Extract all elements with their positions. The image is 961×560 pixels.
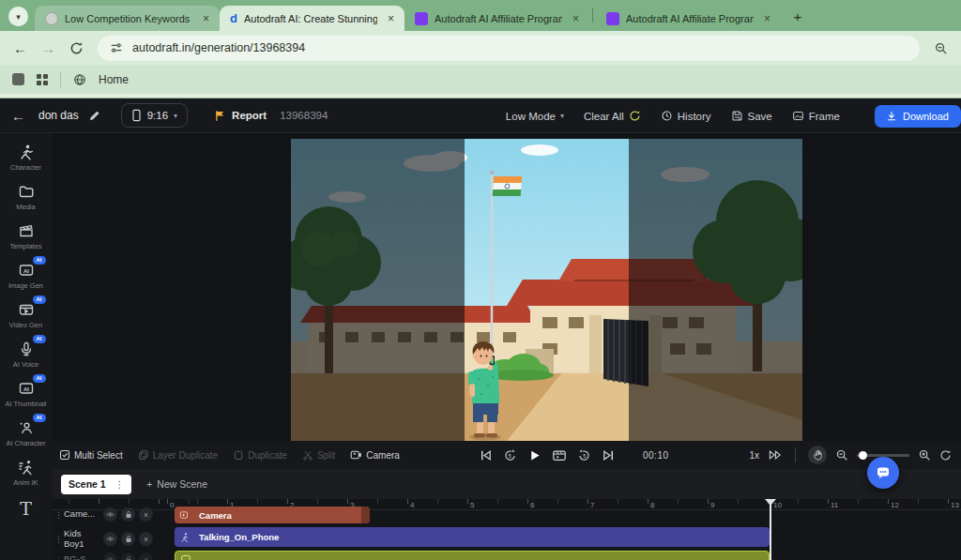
camera-icon [350, 449, 362, 461]
track-header-kids-boy1[interactable]: ⋮ Kids Boy1 × [54, 529, 153, 550]
low-mode-dropdown[interactable]: Low Mode ▾ [506, 111, 564, 122]
sidebar-item-ai-voice[interactable]: AI AI Voice [0, 341, 52, 369]
delete-track-icon[interactable]: × [139, 507, 153, 522]
zoom-out-icon[interactable] [934, 41, 948, 55]
character-run-icon [18, 144, 35, 160]
background-image-icon [178, 552, 193, 560]
sidebar-item-character[interactable]: Character [0, 144, 52, 172]
replay-5-button[interactable]: 5 [503, 448, 517, 462]
talking-on-phone-clip[interactable]: Talking_On_Phone [175, 527, 770, 547]
report-label[interactable]: Report [232, 110, 267, 121]
bookmark-home[interactable]: Home [99, 73, 129, 86]
split-button: Split [302, 449, 335, 461]
download-icon [886, 111, 897, 122]
track-header-camera[interactable]: ⋮ Came... × [54, 507, 153, 522]
side-panel-icon[interactable] [12, 73, 24, 85]
zoom-out-timeline-icon[interactable] [835, 448, 848, 462]
sidebar-item-media[interactable]: Media [0, 183, 52, 211]
zoom-in-timeline-icon[interactable] [918, 448, 931, 462]
sidebar-item-video-gen[interactable]: AI Video Gen [0, 301, 52, 329]
skip-end-button[interactable] [602, 448, 616, 462]
ruler-label: 8 [650, 501, 654, 509]
lock-icon[interactable] [121, 532, 135, 546]
ai-badge: AI [33, 374, 46, 383]
globe-icon [73, 73, 86, 86]
drag-handle-icon[interactable]: ⋮ [54, 535, 60, 544]
timeline-ruler[interactable] [52, 499, 961, 504]
frame-icon [792, 110, 804, 122]
frame-capture-button[interactable] [552, 448, 567, 462]
visibility-eye-icon[interactable] [103, 507, 117, 522]
pan-hand-button[interactable] [808, 446, 827, 464]
layer-duplicate-button: Layer Duplicate [138, 449, 218, 461]
sidebar-item-image-gen[interactable]: AI AI Image Gen [0, 262, 52, 290]
new-scene-button[interactable]: + New Scene [146, 478, 207, 490]
camera-tool-button[interactable]: Camera [350, 449, 400, 461]
multi-select-button[interactable]: Multi Select [59, 449, 123, 461]
tools-sidebar: Character Media Templates AI AI Image Ge… [0, 133, 52, 560]
forward-5-button[interactable]: 5 [577, 448, 591, 462]
site-settings-icon[interactable] [110, 41, 123, 54]
preview-canvas[interactable] [52, 133, 961, 441]
back-icon[interactable]: ← [13, 41, 27, 55]
speed-value[interactable]: 1x [749, 450, 759, 461]
tab-search-button[interactable]: ▾ [8, 7, 28, 26]
history-button[interactable]: History [661, 110, 711, 122]
chat-support-button[interactable] [867, 457, 899, 489]
frame-button[interactable]: Frame [792, 110, 840, 122]
tab-close-icon[interactable]: × [384, 12, 398, 25]
new-tab-button[interactable]: + [786, 5, 809, 27]
sidebar-item-templates[interactable]: Templates [0, 222, 52, 250]
save-button[interactable]: Save [731, 110, 772, 122]
skip-start-button[interactable] [479, 448, 493, 462]
tab-close-icon[interactable]: × [569, 12, 583, 25]
tab-close-icon[interactable]: × [760, 12, 774, 25]
sidebar-item-label: Anim IK [13, 478, 38, 487]
browser-tab-4[interactable]: Autodraft AI Affiliate Program × [596, 6, 781, 31]
clear-all-button[interactable]: Clear All [584, 110, 641, 122]
timeline-panel[interactable]: 0 1 2 3 4 5 6 7 8 9 10 11 12 13 ⋮ Came..… [52, 499, 961, 560]
sidebar-item-text[interactable]: T [0, 498, 52, 519]
camera-clip[interactable]: Camera [175, 507, 370, 523]
scene-preview[interactable] [291, 139, 802, 441]
play-button[interactable] [527, 448, 542, 462]
ruler-label: 9 [710, 501, 714, 509]
sidebar-item-ai-character[interactable]: AI AI Character [0, 419, 52, 447]
svg-text:AI: AI [23, 268, 29, 274]
browser-tab-2-active[interactable]: d Autodraft AI: Create Stunning A × [220, 6, 404, 31]
clip-end-cap[interactable] [361, 507, 370, 523]
track-header-bg[interactable]: ⋮ BG-S × [54, 552, 153, 560]
back-arrow-icon[interactable]: ← [11, 108, 25, 124]
delete-track-icon[interactable]: × [139, 552, 153, 560]
browser-tab-3[interactable]: Autodraft AI Affiliate Program × [404, 6, 589, 31]
visibility-eye-icon[interactable] [103, 552, 117, 560]
download-button[interactable]: Download [875, 105, 961, 128]
slider-knob[interactable] [859, 451, 867, 460]
aspect-ratio-dropdown[interactable]: 9:16 ▾ [121, 103, 188, 128]
scene-tab-1[interactable]: Scene 1 ⋮ [61, 475, 131, 494]
reload-icon[interactable] [69, 41, 84, 55]
animation-run-icon [177, 527, 192, 547]
fast-forward-icon[interactable] [768, 449, 783, 461]
sidebar-item-ai-thumbnail[interactable]: AI AI AI Thumbnail [0, 380, 52, 408]
playhead-handle[interactable] [765, 499, 776, 511]
chevron-down-icon: ▾ [174, 112, 177, 120]
apps-grid-icon[interactable] [37, 74, 48, 85]
edit-pencil-icon[interactable] [88, 110, 100, 122]
tab-divider [592, 8, 593, 23]
visibility-eye-icon[interactable] [103, 532, 117, 546]
reset-zoom-icon[interactable] [939, 449, 952, 462]
lock-icon[interactable] [121, 507, 135, 522]
background-clip[interactable] [175, 551, 770, 560]
lock-icon[interactable] [121, 552, 135, 560]
sidebar-item-anim-ik[interactable]: Anim IK [0, 459, 52, 487]
drag-handle-icon[interactable]: ⋮ [54, 555, 60, 560]
url-bar[interactable]: autodraft.in/generation/13968394 [98, 36, 920, 61]
delete-track-icon[interactable]: × [139, 532, 153, 546]
kebab-menu-icon[interactable]: ⋮ [114, 478, 125, 490]
drag-handle-icon[interactable]: ⋮ [54, 510, 60, 520]
tab-close-icon[interactable]: × [199, 12, 213, 25]
browser-tab-1[interactable]: Low Competition Keywords Gu × [35, 6, 220, 31]
copy-icon [233, 449, 244, 461]
clip-label: Talking_On_Phone [199, 532, 279, 542]
